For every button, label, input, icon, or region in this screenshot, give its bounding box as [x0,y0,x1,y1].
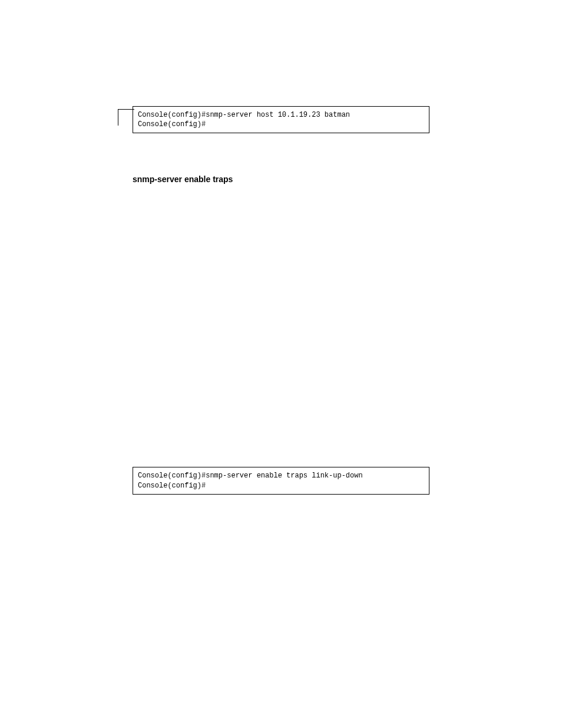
code-line: Console(config)# [138,482,206,490]
code-line: Console(config)# [138,120,206,129]
crop-mark [118,109,134,126]
page-container: Console(config)#snmp-server host 10.1.19… [0,0,562,530]
code-line: Console(config)#snmp-server enable traps… [138,472,363,480]
section-heading-snmp-enable-traps: snmp-server enable traps [133,174,429,184]
content-gap [133,184,429,467]
code-block-snmp-host: Console(config)#snmp-server host 10.1.19… [133,106,429,133]
code-block-snmp-enable-traps: Console(config)#snmp-server enable traps… [133,467,429,494]
code-line: Console(config)#snmp-server host 10.1.19… [138,111,350,119]
